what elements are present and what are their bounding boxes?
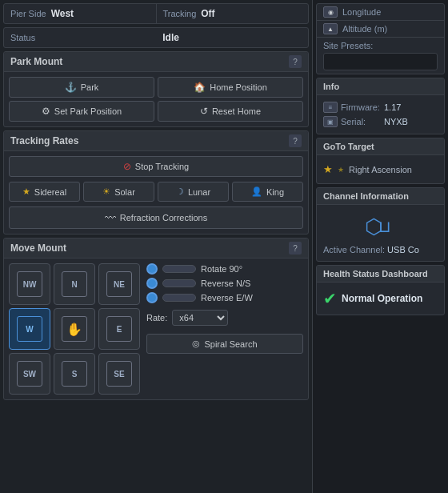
spiral-search-label: Spiral Search bbox=[204, 339, 257, 349]
status-bar: Status Idle bbox=[3, 27, 309, 48]
set-park-position-button[interactable]: ⚙ Set Park Position bbox=[9, 101, 154, 122]
channel-info-section: Channel Information ⬡ ⊔ Active Channel: … bbox=[316, 187, 445, 262]
tracking-rates-header: Tracking Rates ? bbox=[4, 131, 308, 151]
firmware-label: Firmware: bbox=[341, 102, 381, 112]
tracking-rates-section: Tracking Rates ? ⊘ Stop Tracking ★ Sider… bbox=[3, 130, 309, 234]
reverse-ew-toggle[interactable] bbox=[146, 292, 158, 303]
sidereal-label: Sidereal bbox=[34, 187, 66, 197]
left-panel: Pier Side West Tracking Off Status Idle … bbox=[0, 0, 312, 493]
reverse-ew-option-row: Reverse E/W bbox=[146, 292, 303, 303]
refraction-corrections-button[interactable]: 〰 Refraction Corrections bbox=[9, 206, 303, 229]
set-park-label: Set Park Position bbox=[54, 106, 122, 116]
usb-icon-container: ⬡ ⊔ bbox=[323, 210, 438, 243]
goto-star-icon2: ★ bbox=[338, 166, 344, 174]
reverse-ns-label: Reverse N/S bbox=[201, 279, 250, 288]
rotate-option-row: Rotate 90° bbox=[146, 263, 303, 275]
reverse-ns-option-row: Reverse N/S bbox=[146, 278, 303, 289]
gear-icon: ⚙ bbox=[42, 106, 50, 117]
channel-info-header: Channel Information bbox=[317, 188, 444, 205]
spiral-search-button[interactable]: ◎ Spiral Search bbox=[146, 334, 303, 354]
park-mount-title: Park Mount bbox=[10, 56, 62, 67]
serial-label: Serial: bbox=[341, 117, 381, 126]
king-button[interactable]: 👤 King bbox=[232, 182, 303, 202]
e-button[interactable]: E bbox=[98, 308, 140, 350]
solar-label: Solar bbox=[114, 187, 135, 197]
lunar-button[interactable]: ☽ Lunar bbox=[158, 182, 229, 202]
info-header: Info bbox=[317, 78, 444, 95]
info-body: ≡ Firmware: 1.17 ▣ Serial: NYXB bbox=[317, 95, 444, 134]
home-position-button[interactable]: 🏠 Home Position bbox=[158, 77, 303, 98]
pier-side-value: West bbox=[51, 8, 74, 19]
goto-body: ★ ★ Right Ascension bbox=[317, 155, 444, 183]
s-inner: S bbox=[62, 361, 87, 387]
active-channel-label: Active Channel: bbox=[323, 245, 385, 255]
sw-button[interactable]: SW bbox=[9, 353, 50, 395]
right-panel: ◉ Longitude ▲ Altitude (m) Site Presets:… bbox=[312, 0, 448, 493]
firmware-value: 1.17 bbox=[384, 102, 401, 112]
presets-input[interactable] bbox=[323, 53, 438, 70]
health-status-body: ✔ Normal Operation bbox=[317, 283, 444, 315]
rate-select[interactable]: x1 x2 x4 x8 x16 x32 x64 x128 x256 x512 x… bbox=[172, 310, 228, 326]
longitude-label: Longitude bbox=[342, 7, 438, 17]
usb-symbol: ⬡ ⊔ bbox=[361, 214, 401, 238]
park-mount-header: Park Mount ? bbox=[4, 52, 308, 72]
reverse-ew-label: Reverse E/W bbox=[201, 293, 253, 303]
serial-row: ▣ Serial: NYXB bbox=[323, 114, 438, 129]
rate-row: Rate: x1 x2 x4 x8 x16 x32 x64 x128 x256 … bbox=[146, 310, 303, 326]
nw-button[interactable]: NW bbox=[9, 263, 50, 305]
move-grid: NW N NE W ✋ E bbox=[9, 263, 303, 395]
e-inner: E bbox=[106, 316, 132, 342]
stop-tracking-label: Stop Tracking bbox=[135, 162, 189, 171]
rotate-toggle[interactable] bbox=[146, 263, 158, 275]
pier-tracking-bar: Pier Side West Tracking Off bbox=[3, 3, 309, 24]
refraction-label: Refraction Corrections bbox=[120, 213, 207, 222]
goto-star-icon: ★ bbox=[323, 163, 333, 175]
home-position-label: Home Position bbox=[210, 82, 267, 92]
health-status-section: Health Status Dashboard ✔ Normal Operati… bbox=[316, 265, 445, 315]
tracking-rates-body: ⊘ Stop Tracking ★ Sidereal ☀ Solar ☽ Lun… bbox=[4, 151, 308, 234]
pier-side-cell: Pier Side West bbox=[4, 4, 157, 23]
sidereal-button[interactable]: ★ Sidereal bbox=[9, 182, 80, 202]
hand-inner: ✋ bbox=[62, 316, 87, 342]
move-mount-section: Move Mount ? NW N NE W bbox=[3, 238, 309, 400]
person-icon: 👤 bbox=[251, 186, 262, 197]
globe-icon: ◉ bbox=[323, 6, 338, 18]
health-check-icon: ✔ bbox=[323, 289, 337, 308]
stop-tracking-button[interactable]: ⊘ Stop Tracking bbox=[9, 156, 303, 177]
status-value: Idle bbox=[40, 32, 302, 43]
location-section: ◉ Longitude ▲ Altitude (m) Site Presets: bbox=[316, 3, 445, 74]
reset-icon: ↺ bbox=[200, 106, 208, 117]
tracking-cell: Tracking Off bbox=[157, 4, 309, 23]
park-button-label: Park bbox=[81, 82, 99, 92]
rotate-label: Rotate 90° bbox=[201, 264, 242, 274]
status-label: Status bbox=[10, 33, 35, 42]
n-button[interactable]: N bbox=[54, 263, 95, 305]
rate-buttons: ★ Sidereal ☀ Solar ☽ Lunar 👤 King bbox=[9, 182, 303, 202]
reset-home-button[interactable]: ↺ Reset Home bbox=[158, 101, 303, 122]
king-label: King bbox=[266, 187, 284, 197]
svg-text:⊔: ⊔ bbox=[378, 218, 391, 235]
ne-button[interactable]: NE bbox=[98, 263, 140, 305]
pier-side-label: Pier Side bbox=[10, 9, 46, 18]
active-channel-value: USB Co bbox=[387, 245, 419, 255]
park-buttons-grid: ⚓ Park 🏠 Home Position ⚙ Set Park Positi… bbox=[9, 77, 303, 122]
se-inner: SE bbox=[106, 361, 132, 387]
ne-inner: NE bbox=[106, 271, 132, 297]
center-button[interactable]: ✋ bbox=[54, 308, 95, 350]
presets-section: Site Presets: bbox=[317, 38, 444, 74]
park-button[interactable]: ⚓ Park bbox=[9, 77, 154, 98]
health-status-header: Health Status Dashboard bbox=[317, 266, 444, 283]
w-button[interactable]: W bbox=[9, 308, 50, 350]
park-mount-help-button[interactable]: ? bbox=[289, 55, 302, 68]
se-button[interactable]: SE bbox=[98, 353, 140, 395]
w-inner: W bbox=[17, 316, 42, 342]
presets-label: Site Presets: bbox=[323, 41, 438, 50]
reverse-ns-toggle[interactable] bbox=[146, 278, 158, 289]
s-button[interactable]: S bbox=[54, 353, 95, 395]
right-ascension-label: Right Ascension bbox=[349, 165, 412, 174]
solar-button[interactable]: ☀ Solar bbox=[83, 182, 154, 202]
reverse-ns-track bbox=[162, 279, 196, 287]
move-help-button[interactable]: ? bbox=[289, 242, 302, 255]
tracking-help-button[interactable]: ? bbox=[289, 134, 302, 147]
move-options: Rotate 90° Reverse N/S Reverse E/W Rate: bbox=[146, 263, 303, 395]
